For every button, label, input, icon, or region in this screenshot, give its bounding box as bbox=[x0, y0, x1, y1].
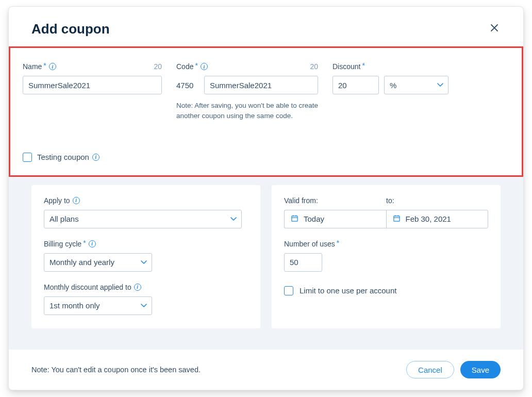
limit-one-use-label: Limit to one use per account bbox=[300, 286, 396, 295]
monthly-discount-select[interactable]: 1st month only bbox=[44, 296, 152, 315]
discount-field-group: Discount * % bbox=[332, 62, 448, 94]
info-icon[interactable]: i bbox=[49, 63, 56, 70]
billing-cycle-value[interactable]: Monthly and yearly bbox=[44, 253, 152, 272]
valid-from-value: Today bbox=[304, 214, 324, 223]
footer-note: Note: You can't edit a coupon once it's … bbox=[31, 366, 201, 374]
modal-footer: Note: You can't edit a coupon once it's … bbox=[9, 349, 523, 390]
name-char-count: 20 bbox=[154, 62, 162, 71]
modal-body: Name * i 20 Code * i 20 bbox=[9, 46, 523, 349]
code-prefix: 4750 bbox=[176, 76, 201, 94]
required-indicator: * bbox=[362, 61, 364, 70]
number-of-uses-label: Number of uses bbox=[284, 240, 335, 248]
limit-one-use-checkbox[interactable] bbox=[284, 286, 293, 295]
calendar-icon bbox=[291, 214, 298, 224]
name-label: Name bbox=[23, 62, 42, 71]
modal-title: Add coupon bbox=[31, 21, 110, 37]
billing-cycle-label: Billing cycle bbox=[44, 240, 81, 248]
monthly-discount-label: Monthly discount applied to bbox=[44, 283, 131, 291]
info-icon[interactable]: i bbox=[73, 197, 80, 204]
testing-coupon-row: Testing coupon i bbox=[23, 153, 509, 162]
discount-unit-value[interactable]: % bbox=[384, 76, 448, 94]
valid-to-label: to: bbox=[386, 196, 488, 205]
required-indicator: * bbox=[195, 61, 197, 70]
apply-to-label: Apply to bbox=[44, 196, 70, 205]
apply-card: Apply to i All plans Billing cycle * bbox=[31, 185, 260, 328]
valid-from-input[interactable]: Today bbox=[284, 210, 386, 228]
close-icon[interactable] bbox=[488, 21, 501, 36]
name-field-group: Name * i 20 bbox=[23, 62, 162, 94]
info-icon[interactable]: i bbox=[89, 240, 96, 247]
apply-to-value[interactable]: All plans bbox=[44, 210, 242, 228]
info-icon[interactable]: i bbox=[134, 284, 141, 291]
svg-rect-0 bbox=[292, 216, 297, 221]
limit-row: Limit to one use per account bbox=[284, 286, 488, 295]
number-of-uses-input[interactable] bbox=[284, 253, 322, 272]
apply-to-select[interactable]: All plans bbox=[44, 210, 242, 228]
testing-coupon-checkbox[interactable] bbox=[23, 153, 32, 162]
save-button[interactable]: Save bbox=[460, 361, 501, 378]
monthly-discount-value[interactable]: 1st month only bbox=[44, 296, 152, 315]
valid-range-group: Valid from: to: Today bbox=[284, 196, 488, 228]
code-char-count: 20 bbox=[310, 62, 318, 71]
svg-rect-4 bbox=[393, 216, 399, 221]
highlighted-section: Name * i 20 Code * i 20 bbox=[9, 46, 523, 177]
valid-to-value: Feb 30, 2021 bbox=[406, 214, 451, 223]
cancel-button[interactable]: Cancel bbox=[406, 361, 454, 378]
calendar-icon bbox=[393, 214, 401, 224]
apply-to-group: Apply to i All plans bbox=[44, 196, 248, 228]
valid-to-input[interactable]: Feb 30, 2021 bbox=[386, 210, 489, 228]
add-coupon-modal: Add coupon Name * i 20 bbox=[8, 6, 524, 390]
monthly-discount-group: Monthly discount applied to i 1st month … bbox=[44, 283, 248, 315]
discount-label: Discount bbox=[332, 62, 360, 71]
valid-from-label: Valid from: bbox=[284, 196, 386, 205]
code-note: Note: After saving, you won't be able to… bbox=[176, 101, 318, 122]
discount-value-input[interactable] bbox=[332, 76, 379, 94]
required-indicator: * bbox=[43, 61, 46, 70]
number-of-uses-group: Number of uses * bbox=[284, 240, 488, 272]
info-icon[interactable]: i bbox=[92, 154, 99, 161]
discount-unit-select[interactable]: % bbox=[384, 76, 448, 94]
code-input[interactable] bbox=[204, 76, 318, 94]
required-indicator: * bbox=[83, 239, 86, 247]
required-indicator: * bbox=[337, 239, 339, 247]
info-icon[interactable]: i bbox=[201, 63, 208, 70]
code-field-group: Code * i 20 4750 Note: After saving, you… bbox=[176, 62, 318, 122]
testing-coupon-label: Testing coupon bbox=[37, 153, 89, 161]
billing-cycle-group: Billing cycle * i Monthly and yearly bbox=[44, 240, 248, 272]
name-input[interactable] bbox=[23, 76, 162, 94]
billing-cycle-select[interactable]: Monthly and yearly bbox=[44, 253, 152, 272]
code-label: Code bbox=[176, 62, 193, 71]
validity-card: Valid from: to: Today bbox=[272, 185, 501, 328]
modal-header: Add coupon bbox=[9, 7, 523, 46]
